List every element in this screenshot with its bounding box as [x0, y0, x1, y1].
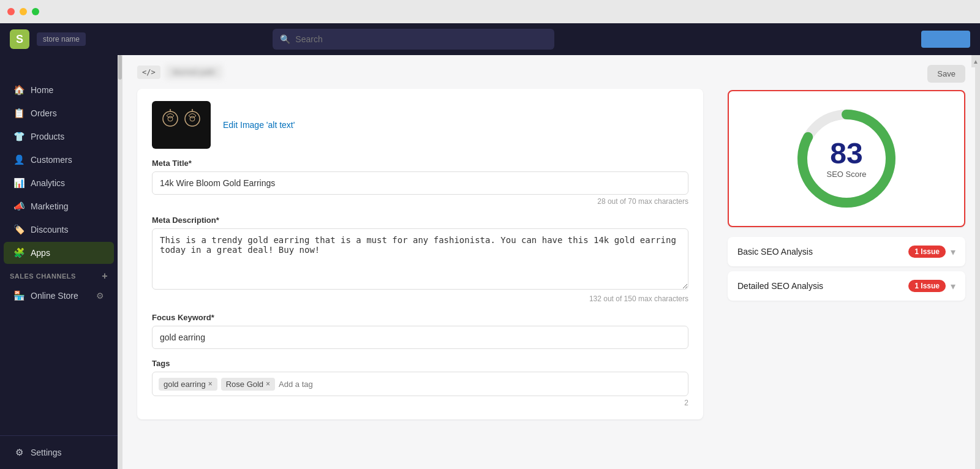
sidebar-item-label: Orders — [31, 108, 57, 118]
tag-remove-rose-gold[interactable]: × — [266, 380, 270, 388]
analytics-icon: 📊 — [13, 178, 24, 189]
customers-icon: 👤 — [13, 154, 24, 165]
sidebar-item-label: Products — [31, 132, 64, 141]
score-number: 83 — [826, 139, 866, 168]
add-sales-channel-button[interactable]: + — [102, 271, 108, 282]
detailed-seo-analysis-row[interactable]: Detailed SEO Analysis 1 Issue ▾ — [728, 271, 965, 301]
main-content: </> blurred path — [123, 55, 980, 469]
sidebar-item-apps[interactable]: 🧩 Apps — [4, 242, 114, 264]
seo-score-circle: 83 SEO Score — [791, 103, 902, 214]
top-bar-right — [921, 31, 970, 48]
tag-chip-rose-gold: Rose Gold × — [221, 378, 275, 391]
sales-channels-header: SALES CHANNELS + — [0, 265, 118, 284]
seo-score-card: 83 SEO Score — [728, 90, 965, 227]
chevron-down-icon: ▾ — [951, 280, 956, 292]
home-icon: 🏠 — [13, 84, 24, 96]
sidebar-item-discounts[interactable]: 🏷️ Discounts — [4, 219, 114, 241]
online-store-settings-icon[interactable]: ⚙ — [96, 291, 104, 301]
tags-field: Tags gold earring × Rose Gold × — [152, 359, 688, 407]
svg-point-4 — [190, 116, 195, 121]
sidebar-item-marketing[interactable]: 📣 Marketing — [4, 195, 114, 217]
sidebar-item-orders[interactable]: 📋 Orders — [4, 102, 114, 124]
search-icon: 🔍 — [280, 34, 290, 44]
scroll-up-button[interactable]: ▲ — [971, 55, 980, 67]
right-panel-top: Save — [728, 65, 965, 83]
meta-title-char-count: 28 out of 70 max characters — [152, 197, 688, 206]
tag-chip-gold-earring: gold earring × — [159, 378, 217, 391]
sidebar-item-label: Home — [31, 85, 53, 95]
score-center: 83 SEO Score — [826, 139, 866, 179]
sidebar-bottom: ⚙ Settings — [0, 435, 118, 469]
right-panel: Save 83 — [718, 55, 975, 469]
sidebar-item-home[interactable]: 🏠 Home — [4, 79, 114, 101]
apps-icon: 🧩 — [13, 247, 24, 258]
sidebar-item-label: Online Store — [31, 291, 78, 301]
breadcrumb-path: blurred path — [165, 65, 222, 79]
sidebar-item-analytics[interactable]: 📊 Analytics — [4, 172, 114, 194]
search-bar: 🔍 — [273, 29, 554, 50]
image-section: Edit Image 'alt text' — [152, 101, 688, 149]
content-area: </> blurred path — [118, 55, 980, 469]
score-label: SEO Score — [826, 170, 866, 179]
form-card: Edit Image 'alt text' Meta Title* 28 out… — [137, 89, 703, 419]
detailed-seo-label: Detailed SEO Analysis — [737, 281, 823, 291]
close-button[interactable] — [7, 8, 15, 15]
basic-seo-right: 1 Issue ▾ — [908, 246, 956, 258]
focus-keyword-field: Focus Keyword* — [152, 313, 688, 349]
sidebar-item-settings[interactable]: ⚙ Settings — [4, 441, 114, 463]
settings-icon: ⚙ — [13, 447, 24, 458]
minimize-button[interactable] — [20, 8, 27, 15]
sidebar-item-label: Customers — [31, 155, 72, 165]
sidebar-item-label: Marketing — [31, 201, 68, 211]
tags-container: gold earring × Rose Gold × — [152, 372, 688, 396]
tag-remove-gold-earring[interactable]: × — [208, 380, 213, 388]
sidebar-item-label: Analytics — [31, 178, 65, 188]
basic-seo-label: Basic SEO Analysis — [737, 247, 813, 257]
product-image — [152, 101, 211, 149]
edit-image-alt-button[interactable]: Edit Image 'alt text' — [223, 120, 295, 130]
basic-seo-issue-badge: 1 Issue — [908, 246, 946, 258]
settings-label: Settings — [31, 448, 62, 457]
marketing-icon: 📣 — [13, 201, 24, 212]
sidebar-item-products[interactable]: 👕 Products — [4, 126, 114, 148]
detailed-seo-right: 1 Issue ▾ — [908, 280, 956, 292]
meta-title-label: Meta Title* — [152, 159, 688, 168]
sidebar-item-online-store[interactable]: 🏪 Online Store ⚙ — [4, 285, 114, 307]
detailed-seo-issue-badge: 1 Issue — [908, 280, 946, 292]
sidebar-item-label: Discounts — [31, 225, 68, 234]
chevron-down-icon: ▾ — [951, 246, 956, 258]
right-scroll[interactable]: ▲ — [975, 55, 980, 469]
focus-keyword-label: Focus Keyword* — [152, 313, 688, 322]
tags-label: Tags — [152, 359, 688, 368]
maximize-button[interactable] — [32, 8, 39, 15]
code-tag: </> — [137, 66, 160, 79]
basic-seo-analysis-row[interactable]: Basic SEO Analysis 1 Issue ▾ — [728, 237, 965, 266]
meta-description-char-count: 132 out of 150 max characters — [152, 295, 688, 303]
meta-description-input[interactable] — [152, 228, 688, 290]
meta-title-input[interactable] — [152, 171, 688, 195]
products-icon: 👕 — [13, 131, 24, 142]
store-name: store name — [37, 32, 86, 46]
breadcrumb: </> blurred path — [137, 65, 703, 79]
meta-title-field: Meta Title* 28 out of 70 max characters — [152, 159, 688, 206]
tags-count: 2 — [152, 399, 688, 407]
online-store-icon: 🏪 — [13, 290, 24, 301]
sidebar-item-customers[interactable]: 👤 Customers — [4, 149, 114, 171]
discounts-icon: 🏷️ — [13, 224, 24, 235]
svg-point-1 — [168, 116, 173, 121]
meta-description-field: Meta Description* 132 out of 150 max cha… — [152, 216, 688, 303]
top-bar: S store name 🔍 — [0, 23, 980, 55]
earring-image-svg — [157, 107, 206, 143]
sidebar-item-label: Apps — [31, 248, 50, 258]
orders-icon: 📋 — [13, 108, 24, 119]
search-input[interactable] — [295, 34, 547, 44]
save-button[interactable]: Save — [927, 65, 965, 83]
meta-description-label: Meta Description* — [152, 216, 688, 225]
add-tag-input[interactable] — [279, 380, 682, 389]
titlebar — [0, 0, 980, 23]
sidebar: 🏠 Home 📋 Orders 👕 Products 👤 Customers 📊… — [0, 23, 118, 469]
focus-keyword-input[interactable] — [152, 326, 688, 349]
user-avatar[interactable] — [921, 31, 970, 48]
left-scroll[interactable] — [118, 55, 123, 469]
shopify-logo: S — [10, 29, 29, 49]
